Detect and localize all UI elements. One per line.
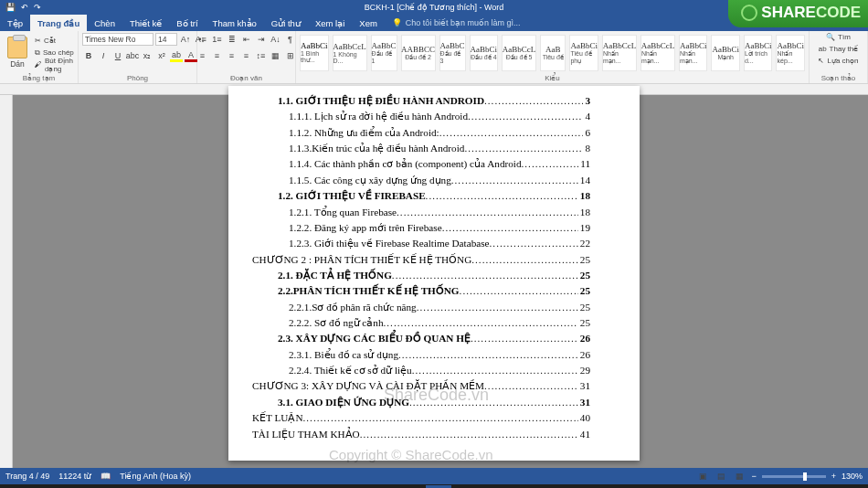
toc-entry: 2.2.1.Sơ đồ phân rã chức năng ..........… xyxy=(278,300,590,315)
style-tile[interactable]: AaBbCcLNhấn mạn... xyxy=(640,35,675,71)
lightbulb-icon: 💡 xyxy=(392,18,402,27)
vertical-ruler[interactable] xyxy=(0,84,13,468)
italic-button[interactable]: I xyxy=(97,49,110,62)
window-title: BCKH-1 [Chế độ Tương thích] - Word xyxy=(365,3,504,12)
style-tile[interactable]: AaBbCiLời trích d... xyxy=(744,35,773,71)
toc-entry: 1.1.1. Lịch sử ra đời hệ điều hành Andro… xyxy=(278,109,590,124)
numbering-icon[interactable]: 1≡ xyxy=(211,33,224,46)
tab-chèn[interactable]: Chèn xyxy=(87,15,122,31)
sort-icon[interactable]: A↓ xyxy=(270,33,282,46)
tab-thiết-kế[interactable]: Thiết kế xyxy=(122,15,169,31)
tab-bố-trí[interactable]: Bố trí xyxy=(169,15,205,31)
zoom-out-button[interactable]: − xyxy=(751,472,756,481)
strikethrough-button[interactable]: abc xyxy=(126,49,139,62)
toc-entry: 1.1.4. Các thành phần cơ bản (component)… xyxy=(278,156,590,172)
search-icon: 🔍 xyxy=(826,33,835,41)
toc-entry: 1.1.2. Những ưu điểm của Android: ......… xyxy=(278,125,590,141)
windows-taskbar: ⊞ 🔍 ⧉ ▇ ✉ ● ◉ 💬 Z ⧈ ⚙ 🖼 ▣ ◎ 📄 P W ^ ☁ 🖧 … xyxy=(0,484,868,488)
shading-icon[interactable]: ▦ xyxy=(270,49,282,62)
style-tile[interactable]: AaBbCiĐầu đề 4 xyxy=(470,35,499,71)
toc-entry: 2.2.2. Sơ đồ ngữ cảnh ..................… xyxy=(278,315,590,331)
highlight-color-button[interactable]: ab xyxy=(170,49,183,62)
redo-icon[interactable]: ↷ xyxy=(34,3,41,12)
brush-icon: 🖌 xyxy=(35,60,42,69)
bullets-icon[interactable]: •≡ xyxy=(196,33,209,46)
line-spacing-icon[interactable]: ↕≡ xyxy=(255,49,268,62)
autosave-icon[interactable]: 💾 xyxy=(5,3,16,12)
tab-tham-khảo[interactable]: Tham khảo xyxy=(206,15,264,31)
tell-me-search[interactable]: 💡 Cho tôi biết bạn muốn làm gì... xyxy=(392,15,521,31)
show-marks-icon[interactable]: ¶ xyxy=(284,33,297,46)
tab-trang-đầu[interactable]: Trang đầu xyxy=(30,15,87,31)
decrease-indent-icon[interactable]: ⇤ xyxy=(240,33,253,46)
bold-button[interactable]: B xyxy=(82,49,95,62)
align-center-icon[interactable]: ≡ xyxy=(211,49,224,62)
toc-entry: 1.2.3. Giới thiệu về Firebase Realtime D… xyxy=(278,236,590,251)
document-page[interactable]: 1.1. GIỚI THIỆU HỆ ĐIỀU HÀNH ANDROID ...… xyxy=(228,86,640,461)
zoom-in-button[interactable]: + xyxy=(831,472,836,481)
style-tile[interactable]: AaBbCcL1 Không D... xyxy=(333,35,367,71)
style-tile[interactable]: AaBbCĐầu đề 1 xyxy=(371,35,397,71)
borders-icon[interactable]: ⊞ xyxy=(284,49,297,62)
zoom-level[interactable]: 130% xyxy=(842,472,863,481)
print-layout-icon[interactable]: ▤ xyxy=(715,470,727,483)
toc-entry: 1.1.5. Các công cụ xây dựng ứng dụng ...… xyxy=(278,173,590,188)
style-tile[interactable]: AABBCCĐầu đề 2 xyxy=(401,35,436,71)
style-tile[interactable]: AaBbCĐầu đề 3 xyxy=(439,35,466,71)
toc-entry: 1.2. GIỚI THIỆU VỀ FIREBASE ............… xyxy=(278,188,590,204)
word-count[interactable]: 11224 từ xyxy=(58,472,91,481)
tab-file[interactable]: Tệp xyxy=(0,15,30,31)
find-button[interactable]: 🔍Tìm xyxy=(826,33,851,41)
style-tile[interactable]: AaBbCiNhấn kép... xyxy=(776,35,805,71)
select-button[interactable]: ↖Lựa chọn xyxy=(818,57,858,65)
web-layout-icon[interactable]: ▦ xyxy=(733,470,746,483)
sharecode-badge: SHARECODE xyxy=(728,0,868,27)
style-tile[interactable]: AaBTiêu đề xyxy=(540,35,566,71)
toc-entry: 2.2.PHÂN TÍCH THIẾT KẾ HỆ THỐNG ........… xyxy=(278,283,590,299)
tab-xem[interactable]: Xem xyxy=(352,15,385,31)
toc-entry: CHƯƠNG 3: XÂY DỰNG VÀ CÀI ĐẶT PHẦN MỀM .… xyxy=(252,378,590,394)
undo-icon[interactable]: ↶ xyxy=(21,3,28,12)
read-mode-icon[interactable]: ▣ xyxy=(696,470,709,483)
superscript-button[interactable]: x² xyxy=(155,49,168,62)
style-tile[interactable]: AaBbCiMạnh xyxy=(711,35,740,71)
tab-xem-lại[interactable]: Xem lại xyxy=(308,15,352,31)
align-left-icon[interactable]: ≡ xyxy=(196,49,209,62)
subscript-button[interactable]: x₂ xyxy=(141,49,153,62)
toc-entry: 1.2.2. Đăng ký app mới trên Firebase ...… xyxy=(278,220,590,236)
paste-button[interactable]: Dán xyxy=(4,35,31,70)
toc-entry: TÀI LIỆU THAM KHẢO .....................… xyxy=(252,427,590,442)
align-right-icon[interactable]: ≡ xyxy=(226,49,238,62)
style-tile[interactable]: AaBbCcLĐầu đề 5 xyxy=(502,35,536,71)
status-bar: Trang 4 / 49 11224 từ 📖 Tiếng Anh (Hoa k… xyxy=(0,468,868,484)
cut-button[interactable]: ✂Cắt xyxy=(35,36,74,47)
styles-gallery[interactable]: AaBbCi1 Bình thư...AaBbCcL1 Không D...Aa… xyxy=(296,31,809,74)
grow-font-icon[interactable]: A↑ xyxy=(179,33,192,46)
font-size-select[interactable]: 14 xyxy=(155,33,177,46)
document-canvas[interactable]: 1.1. GIỚI THIỆU HỆ ĐIỀU HÀNH ANDROID ...… xyxy=(0,84,868,468)
toc-entry: 2.2.4. Thiết kế cơ sở dữ liệu ..........… xyxy=(278,363,590,378)
style-tile[interactable]: AaBbCiTiêu đề phụ xyxy=(569,35,598,71)
toc-entry: KẾT LUẬN ...............................… xyxy=(252,410,590,426)
font-family-select[interactable]: Times New Ro xyxy=(82,33,153,46)
group-label-font: Phông xyxy=(79,74,196,83)
style-tile[interactable]: AaBbCiNhấn mạn... xyxy=(679,35,708,71)
zoom-slider[interactable] xyxy=(762,475,826,478)
toc-entry: 2.3. XÂY DỰNG CÁC BIỂU ĐỒ QUAN HỆ ......… xyxy=(278,331,590,346)
underline-button[interactable]: U xyxy=(111,49,124,62)
group-label-editing: Soạn thảo xyxy=(810,74,867,83)
group-label-paragraph: Đoạn văn xyxy=(197,74,295,83)
increase-indent-icon[interactable]: ⇥ xyxy=(255,33,268,46)
page-indicator[interactable]: Trang 4 / 49 xyxy=(5,472,49,481)
group-label-styles: Kiểu xyxy=(296,74,809,83)
group-label-clipboard: Bảng tạm xyxy=(0,74,78,83)
format-painter-button[interactable]: 🖌Bút Định dạng xyxy=(35,59,74,70)
multilevel-list-icon[interactable]: ≣ xyxy=(226,33,238,46)
replace-button[interactable]: abThay thế xyxy=(819,45,859,53)
style-tile[interactable]: AaBbCi1 Bình thư... xyxy=(300,35,329,71)
tab-gửi-thư[interactable]: Gửi thư xyxy=(264,15,308,31)
language-indicator[interactable]: Tiếng Anh (Hoa kỳ) xyxy=(120,472,191,481)
spellcheck-icon[interactable]: 📖 xyxy=(101,472,111,481)
justify-icon[interactable]: ≡ xyxy=(240,49,253,62)
style-tile[interactable]: AaBbCcLNhấn mạn... xyxy=(602,35,637,71)
